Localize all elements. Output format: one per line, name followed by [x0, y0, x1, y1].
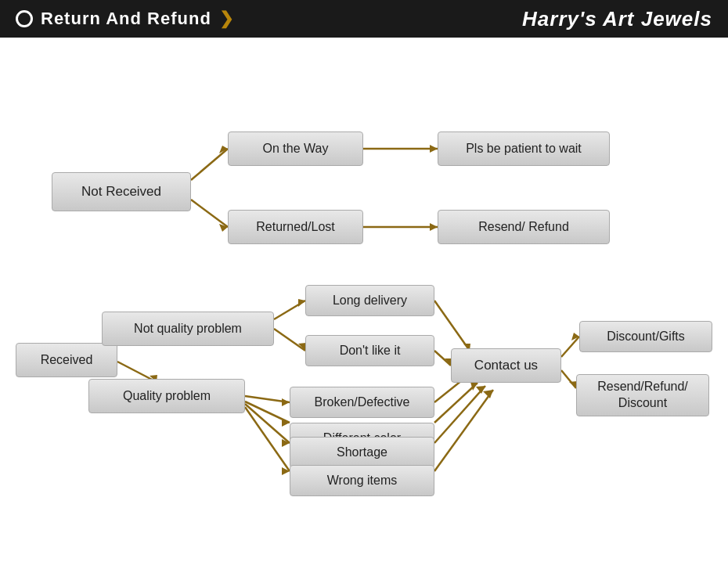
svg-marker-39 — [483, 390, 493, 398]
contact-us-box: Contact us — [451, 348, 561, 383]
header: Return And Refund ❯ Harry's Art Jewels — [0, 0, 728, 38]
svg-marker-31 — [282, 467, 290, 475]
svg-marker-29 — [282, 439, 290, 447]
svg-line-16 — [434, 301, 470, 351]
svg-marker-27 — [282, 419, 290, 427]
svg-line-26 — [245, 402, 290, 423]
svg-line-28 — [245, 404, 290, 443]
received-box: Received — [16, 343, 117, 377]
discount-gifts-box: Discount/Gifts — [579, 321, 712, 352]
svg-line-20 — [561, 337, 579, 357]
long-delivery-box: Long delivery — [305, 285, 434, 316]
svg-line-34 — [434, 383, 478, 423]
header-circle-icon — [16, 10, 33, 27]
svg-marker-5 — [430, 145, 438, 153]
svg-line-24 — [245, 396, 290, 402]
svg-line-12 — [274, 301, 305, 319]
svg-marker-37 — [476, 386, 485, 394]
returned-lost-box: Returned/Lost — [228, 210, 363, 244]
quality-problem-box: Quality problem — [88, 379, 245, 413]
dont-like-box: Don't like it — [305, 335, 434, 366]
svg-line-36 — [434, 386, 485, 443]
diagram: Not Received On the Way Returned/Lost Pl… — [0, 38, 728, 562]
svg-line-2 — [191, 200, 228, 227]
svg-marker-7 — [430, 223, 438, 231]
svg-marker-21 — [571, 333, 579, 340]
pls-patient-box: Pls be patient to wait — [438, 131, 610, 166]
svg-line-38 — [434, 390, 493, 471]
svg-marker-25 — [282, 398, 290, 406]
header-title: Return And Refund — [41, 9, 211, 29]
header-arrow-icon: ❯ — [219, 9, 233, 29]
not-quality-box: Not quality problem — [102, 312, 274, 346]
header-brand: Harry's Art Jewels — [522, 7, 712, 31]
wrong-items-box: Wrong items — [290, 465, 434, 496]
svg-marker-3 — [219, 224, 228, 232]
resend-refund-top-box: Resend/ Refund — [438, 210, 610, 244]
svg-line-22 — [561, 370, 576, 388]
svg-line-14 — [274, 329, 305, 351]
shortage-box: Shortage — [290, 437, 434, 468]
svg-line-30 — [245, 407, 290, 471]
not-received-box: Not Received — [52, 172, 191, 211]
on-the-way-box: On the Way — [228, 131, 363, 166]
svg-marker-13 — [298, 299, 305, 307]
resend-refund-discount-box: Resend/Refund/Discount — [576, 374, 709, 416]
broken-defective-box: Broken/Defective — [290, 387, 434, 418]
svg-marker-1 — [219, 146, 228, 153]
svg-line-18 — [434, 351, 451, 366]
svg-marker-35 — [470, 382, 478, 391]
svg-line-0 — [191, 149, 228, 180]
